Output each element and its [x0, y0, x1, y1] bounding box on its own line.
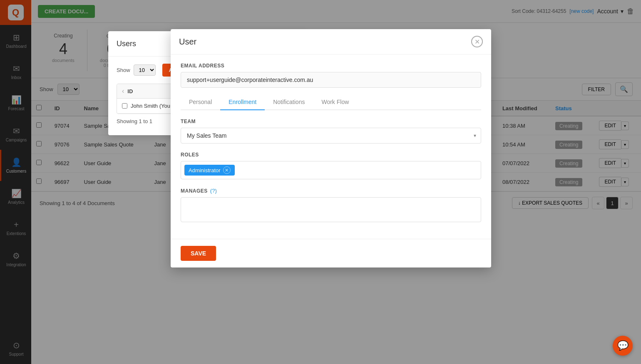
email-label: EMAIL ADDRESS — [181, 63, 481, 69]
manages-help-link[interactable]: (?) — [210, 188, 217, 194]
user-modal-title: User — [179, 37, 196, 47]
tab-workflow[interactable]: Work Flow — [313, 94, 357, 110]
team-select[interactable]: My Sales Team — [181, 128, 481, 144]
manages-label: MANAGES — [181, 188, 208, 194]
user-row-name: John Smith (You... — [131, 103, 175, 109]
email-input[interactable] — [181, 72, 481, 88]
role-remove-button[interactable]: ✕ — [223, 166, 231, 174]
chat-bubble-button[interactable]: 💬 — [613, 336, 633, 356]
user-modal-close-button[interactable]: ✕ — [471, 36, 483, 47]
roles-label: ROLES — [181, 152, 481, 158]
tab-personal[interactable]: Personal — [181, 94, 220, 110]
team-select-wrap: My Sales Team ▾ — [181, 128, 481, 144]
user-modal-footer: SAVE — [171, 239, 491, 267]
users-modal-title: Users — [117, 40, 136, 48]
user-modal-body: EMAIL ADDRESS Personal Enrollment Notifi… — [171, 54, 491, 239]
save-button[interactable]: SAVE — [181, 246, 216, 261]
team-label: TEAM — [181, 119, 481, 124]
user-detail-modal: User ✕ EMAIL ADDRESS Personal Enrollment… — [171, 29, 491, 267]
manages-container[interactable] — [181, 197, 481, 222]
users-col-id: ID — [124, 88, 171, 94]
role-tag-label: Administrator — [189, 167, 221, 173]
user-row-checkbox[interactable] — [122, 103, 127, 109]
tabs-row: Personal Enrollment Notifications Work F… — [181, 94, 481, 110]
user-modal-header: User ✕ — [171, 29, 491, 54]
tab-enrollment[interactable]: Enrollment — [220, 94, 265, 110]
show-label: Show — [117, 67, 130, 73]
page-content: Creating 4 documents cost 0 documents 0 … — [31, 23, 641, 364]
roles-container: Administrator ✕ — [181, 161, 481, 179]
main-area: CREATE DOCU... Sort Code: 04312-64255 [n… — [31, 0, 641, 364]
tab-notifications[interactable]: Notifications — [265, 94, 313, 110]
role-tag-administrator: Administrator ✕ — [184, 165, 235, 176]
users-show-select[interactable]: 10 — [134, 64, 156, 76]
